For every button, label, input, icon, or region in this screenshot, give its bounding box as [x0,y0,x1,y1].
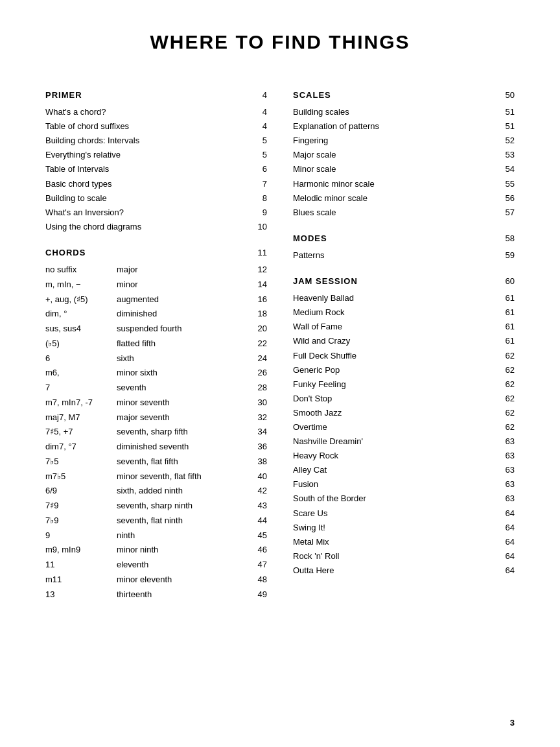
list-item: Blues scale57 [293,206,515,220]
item-page: 62 [500,363,515,377]
item-label: Melodic minor scale [293,191,500,206]
chord-suffix: 11 [45,558,117,573]
section-header-row: PRIMER4 [45,88,267,102]
right-column: SCALES50Building scales51Explanation of … [293,77,515,602]
item-page: 10 [253,220,267,234]
list-item: Alley Cat63 [293,463,515,477]
chord-page: 22 [253,337,267,351]
chord-name: minor ninth [117,543,253,558]
list-item: Outta Here64 [293,563,515,578]
item-label: Alley Cat [293,463,500,477]
chord-name: minor [117,278,253,292]
section-header: SCALES [293,88,500,102]
list-item: Everything's relative5 [45,148,267,162]
chord-suffix: +, aug, (♯5) [45,292,117,307]
chord-name: thirteenth [117,587,253,602]
list-item: Major scale53 [293,148,515,162]
chord-page: 18 [253,307,267,322]
chord-page: 43 [253,499,267,514]
item-page: 51 [500,105,515,119]
chord-page: 16 [253,292,267,307]
item-page: 61 [500,291,515,305]
item-page: 63 [500,477,515,492]
list-item: Scare Us64 [293,506,515,521]
chord-suffix: 9 [45,528,117,543]
chord-row: m7, mIn7, -7minor seventh30 [45,396,267,410]
chord-suffix: 7♯5, +7 [45,425,117,440]
chord-suffix: m9, mIn9 [45,543,117,558]
item-page: 62 [500,377,515,392]
chord-row: m7♭5minor seventh, flat fifth40 [45,469,267,484]
left-column: PRIMER4What's a chord?4Table of chord su… [45,77,267,602]
chord-page: 14 [253,278,267,292]
section-header: JAM SESSION [293,274,500,289]
item-label: Heavy Rock [293,449,500,463]
item-page: 59 [500,248,515,263]
chord-row: dim, °diminished18 [45,307,267,322]
item-label: Building chords: Intervals [45,134,253,148]
item-page: 57 [500,206,515,220]
item-page: 64 [500,549,515,563]
item-page: 51 [500,119,515,134]
item-label: Metal Mix [293,535,500,549]
chord-name: seventh, sharp ninth [117,499,253,514]
list-item: Table of Intervals6 [45,162,267,176]
item-label: Swing It! [293,521,500,535]
item-label: Everything's relative [45,148,253,162]
item-page: 5 [253,134,267,148]
item-page: 64 [500,563,515,578]
chord-page: 42 [253,484,267,499]
chord-row: 7♯9seventh, sharp ninth43 [45,499,267,514]
list-item: Don't Stop62 [293,392,515,406]
chord-name: seventh [117,381,253,396]
item-label: Overtime [293,420,500,434]
chord-row: 7♭9seventh, flat ninth44 [45,514,267,528]
chord-page: 26 [253,366,267,381]
chord-name: seventh, flat fifth [117,455,253,469]
chord-page: 12 [253,263,267,278]
item-page: 61 [500,305,515,320]
chord-row: dim7, °7diminished seventh36 [45,440,267,455]
item-label: Medium Rock [293,305,500,320]
item-page: 4 [253,105,267,119]
chord-suffix: m11 [45,573,117,587]
list-item: Overtime62 [293,420,515,434]
chord-suffix: 6 [45,351,117,366]
item-page: 52 [500,134,515,148]
list-item: Using the chord diagrams10 [45,220,267,234]
item-label: Table of Intervals [45,162,253,176]
chord-name: flatted fifth [117,337,253,351]
chord-name: diminished seventh [117,440,253,455]
chord-name: diminished [117,307,253,322]
item-label: Wall of Fame [293,320,500,334]
chord-page: 48 [253,573,267,587]
chord-suffix: maj7, M7 [45,410,117,425]
chord-suffix: 7♭9 [45,514,117,528]
item-label: Fingering [293,134,500,148]
item-page: 5 [253,148,267,162]
chord-page: 46 [253,543,267,558]
section-header-page: 58 [500,231,515,246]
chord-name: major seventh [117,410,253,425]
list-item: Heavenly Ballad61 [293,291,515,305]
chord-name: major [117,263,253,278]
item-page: 54 [500,162,515,176]
item-label: Rock 'n' Roll [293,549,500,563]
chord-suffix: m6, [45,366,117,381]
page: WHERE TO FIND THINGS PRIMER4What's a cho… [0,0,560,747]
chord-page: 38 [253,455,267,469]
chord-row: no suffixmajor12 [45,263,267,278]
item-page: 63 [500,463,515,477]
item-page: 64 [500,535,515,549]
item-label: Major scale [293,148,500,162]
list-item: Funky Feeling62 [293,377,515,392]
list-item: Building to scale8 [45,191,267,206]
chord-suffix: 7♭5 [45,455,117,469]
section-header-page: 60 [500,274,515,289]
item-label: Don't Stop [293,392,500,406]
list-item: Patterns59 [293,248,515,263]
chord-suffix: dim7, °7 [45,440,117,455]
item-page: 9 [253,206,267,220]
chord-suffix: 6/9 [45,484,117,499]
item-page: 62 [500,349,515,363]
